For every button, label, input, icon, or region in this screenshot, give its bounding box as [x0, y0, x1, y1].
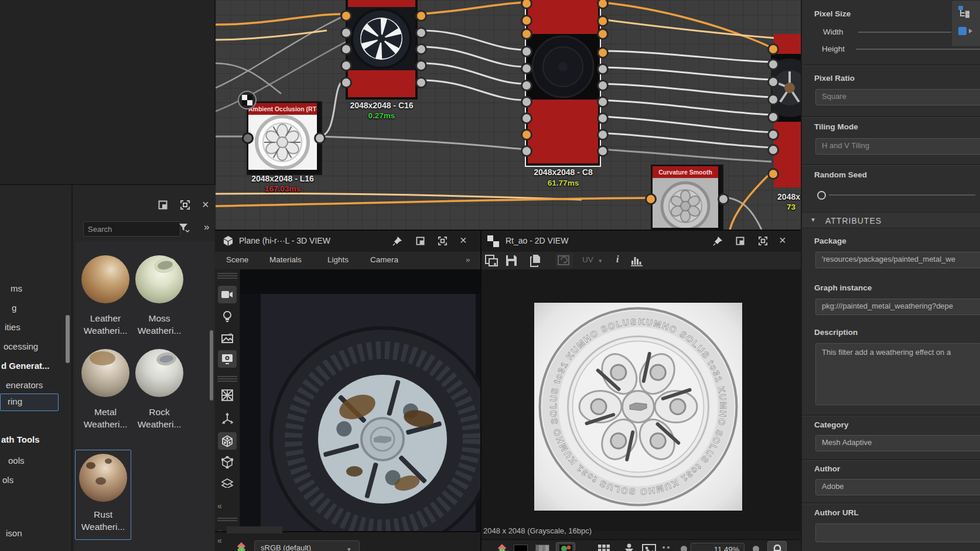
node-c16-input-dot[interactable] [340, 77, 352, 88]
library-scrollbar[interactable] [210, 330, 213, 401]
node-c16-input-dot[interactable] [340, 27, 352, 39]
node-ambient-occlusion[interactable]: Ambient Occlusion (RT– [247, 101, 322, 175]
linked-size-icon[interactable] [958, 5, 971, 18]
material-tile[interactable]: Moss Weatheri... [131, 249, 187, 343]
search-input[interactable] [83, 221, 180, 237]
maximize-icon[interactable] [438, 237, 447, 245]
rgb-channels-button-active[interactable] [556, 542, 575, 551]
node-curvature-smooth-output-dot[interactable] [718, 193, 729, 205]
sidebar-item-selected[interactable]: ring [0, 393, 59, 411]
sidebar-scrollbar[interactable] [66, 315, 70, 363]
author-input[interactable]: Adobe [815, 479, 980, 495]
graph-instance-input[interactable]: pkg:///painted_metal_weathering?depe [815, 299, 980, 315]
background-gradient-swatch[interactable] [535, 545, 549, 551]
node-c16-output-dot[interactable] [415, 27, 427, 39]
float-window-icon[interactable] [736, 237, 745, 245]
node-c8-output-dot[interactable] [597, 15, 609, 27]
histogram-icon[interactable] [630, 255, 646, 266]
uv-toggle-disabled[interactable]: UV [582, 255, 593, 264]
sidebar-item[interactable]: enerators [0, 380, 70, 394]
node-edge-input-dot[interactable] [767, 94, 779, 105]
uv-layers-icon[interactable] [218, 474, 237, 492]
node-c8-output-dot[interactable] [597, 80, 609, 91]
material-tile[interactable]: Metal Weatheri... [77, 343, 134, 437]
transform-axis-icon[interactable] [218, 410, 237, 427]
node-c8-output-dot[interactable] [597, 28, 609, 40]
light-bulb-icon[interactable] [218, 308, 237, 326]
node-c8-input-dot[interactable] [521, 112, 532, 124]
node-c8-input-dot[interactable] [521, 46, 532, 57]
menu-scene[interactable]: Scene [226, 255, 248, 264]
colorspace-select[interactable]: sRGB (default) ▾ [254, 540, 360, 551]
float-window-icon[interactable] [416, 237, 425, 245]
node-edge-input-dot[interactable] [767, 76, 779, 88]
background-black-swatch[interactable] [514, 545, 528, 551]
zoom-level-input[interactable]: 11.49% [691, 543, 745, 551]
node-c8-selected[interactable] [526, 0, 600, 166]
menu-overflow-icon[interactable]: » [466, 255, 470, 264]
node-c8-input-dot[interactable] [521, 129, 532, 141]
collapse-handle-icon[interactable]: « [217, 536, 222, 545]
node-c8-input-dot[interactable] [521, 15, 532, 26]
zoom-out-icon[interactable] [681, 546, 687, 551]
material-tile-selected[interactable]: Rust Weatheri... [75, 450, 131, 540]
package-input[interactable]: 'resources/packages/painted_metal_we [815, 252, 980, 268]
tiling-grid-icon[interactable] [597, 544, 610, 551]
display-settings-button[interactable] [218, 350, 237, 368]
random-seed-slider[interactable] [829, 194, 975, 196]
node-c8-input-dot[interactable] [521, 96, 532, 108]
parent-size-icon[interactable] [958, 26, 974, 36]
pin-icon[interactable] [713, 236, 723, 246]
node-ambient-occlusion-input-dot[interactable] [242, 132, 254, 144]
node-c8-input-dot[interactable] [521, 28, 532, 40]
quad-view-icon[interactable] [218, 386, 237, 404]
zoom-in-icon[interactable] [753, 546, 759, 551]
random-seed-knob[interactable] [817, 191, 826, 200]
node-edge-input-dot[interactable] [767, 144, 779, 156]
node-edge-input-dot[interactable] [767, 43, 779, 55]
new-view-icon[interactable] [484, 254, 498, 267]
sidebar-item[interactable]: d Generat... [0, 361, 66, 375]
node-c16-output-dot[interactable] [415, 10, 427, 22]
height-slider[interactable] [856, 49, 980, 50]
node-c8-input-dot[interactable] [521, 63, 532, 74]
node-c8-input-dot[interactable] [521, 80, 532, 91]
attributes-section-header[interactable]: ▾ ATTRIBUTES [802, 212, 980, 228]
node-c16-input-dot[interactable] [340, 43, 352, 55]
environment-image-icon[interactable] [218, 329, 237, 347]
save-icon[interactable] [505, 254, 518, 267]
node-c16-output-dot[interactable] [415, 77, 427, 88]
description-textarea[interactable]: This filter add a weathering effect on a [815, 343, 980, 405]
sidebar-item[interactable]: ison [0, 528, 70, 542]
node-c16-input-dot[interactable] [340, 10, 352, 22]
node-edge-input-dot[interactable] [767, 129, 779, 141]
overflow-menu-icon[interactable]: » [204, 221, 209, 233]
node-curvature-smooth-input-dot[interactable] [645, 193, 657, 205]
node-c16-input-dot[interactable] [340, 60, 352, 71]
copy-icon[interactable] [530, 254, 542, 267]
node-c16[interactable] [346, 0, 418, 100]
tile-mode-icon[interactable] [661, 545, 673, 551]
node-edge-input-dot[interactable] [767, 168, 779, 180]
node-c8-output-dot[interactable] [597, 112, 609, 124]
node-c8-output-dot[interactable] [597, 129, 609, 141]
collapse-handle-icon[interactable]: « [217, 501, 222, 511]
node-c8-output-dot[interactable] [597, 47, 609, 59]
mannequin-icon[interactable] [624, 543, 634, 551]
pin-icon[interactable] [392, 236, 402, 246]
maximize-icon[interactable] [759, 237, 767, 245]
close-icon[interactable]: × [460, 234, 467, 247]
node-c8-input-dot[interactable] [521, 145, 532, 157]
category-input[interactable]: Mesh Adaptive [815, 435, 980, 451]
float-window-icon[interactable] [158, 200, 168, 210]
cube-vertices-icon[interactable] [218, 453, 237, 471]
sidebar-item[interactable]: ocessing [0, 341, 68, 355]
node-c16-output-dot[interactable] [415, 60, 427, 71]
sidebar-item[interactable]: g [0, 303, 76, 317]
node-edge-input-dot[interactable] [767, 59, 779, 70]
filter-icon[interactable] [178, 223, 190, 233]
node-c8-output-dot[interactable] [597, 96, 609, 108]
image-display-icon[interactable] [642, 544, 656, 551]
node-ambient-occlusion-output-dot[interactable] [314, 132, 326, 144]
sidebar-item[interactable]: ities [0, 322, 69, 336]
